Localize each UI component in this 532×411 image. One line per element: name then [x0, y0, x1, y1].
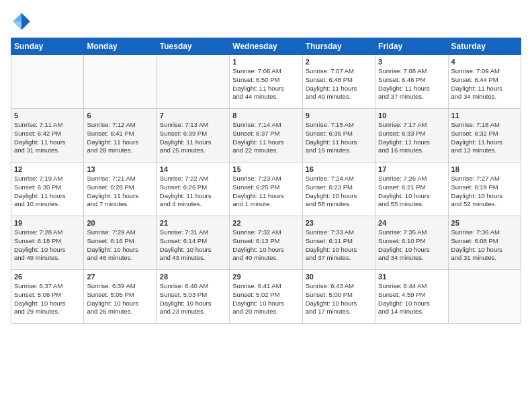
svg-marker-2 — [13, 21, 21, 30]
day-number: 22 — [232, 219, 299, 227]
calendar-cell: 6Sunrise: 7:12 AM Sunset: 6:41 PM Daylig… — [84, 109, 157, 163]
day-number: 19 — [14, 219, 81, 227]
cell-content: Sunrise: 6:43 AM Sunset: 5:00 PM Dayligh… — [306, 282, 372, 316]
calendar-cell: 17Sunrise: 7:26 AM Sunset: 6:21 PM Dayli… — [375, 163, 448, 216]
cell-content: Sunrise: 7:12 AM Sunset: 6:41 PM Dayligh… — [87, 121, 153, 155]
calendar-cell: 22Sunrise: 7:32 AM Sunset: 6:13 PM Dayli… — [230, 216, 302, 270]
day-number: 16 — [306, 165, 372, 173]
calendar-cell: 24Sunrise: 7:35 AM Sunset: 6:10 PM Dayli… — [375, 216, 448, 270]
week-row-5: 26Sunrise: 6:37 AM Sunset: 5:06 PM Dayli… — [11, 270, 521, 324]
calendar-cell: 21Sunrise: 7:31 AM Sunset: 6:14 PM Dayli… — [157, 216, 229, 270]
day-number: 21 — [160, 219, 226, 227]
day-number: 6 — [87, 111, 153, 120]
cell-content: Sunrise: 7:08 AM Sunset: 6:46 PM Dayligh… — [378, 67, 445, 101]
day-number: 1 — [232, 58, 299, 66]
header-thursday: Thursday — [302, 38, 375, 55]
cell-content: Sunrise: 7:14 AM Sunset: 6:37 PM Dayligh… — [232, 121, 299, 155]
calendar-cell: 8Sunrise: 7:14 AM Sunset: 6:37 PM Daylig… — [230, 109, 302, 163]
calendar-cell: 1Sunrise: 7:06 AM Sunset: 6:50 PM Daylig… — [230, 55, 302, 109]
header-saturday: Saturday — [448, 38, 521, 55]
cell-content: Sunrise: 7:06 AM Sunset: 6:50 PM Dayligh… — [232, 67, 299, 101]
calendar-cell: 31Sunrise: 6:44 AM Sunset: 4:59 PM Dayli… — [375, 270, 448, 324]
cell-content: Sunrise: 6:41 AM Sunset: 5:02 PM Dayligh… — [232, 282, 299, 316]
day-number: 4 — [451, 58, 518, 66]
cell-content: Sunrise: 7:23 AM Sunset: 6:25 PM Dayligh… — [232, 175, 299, 209]
calendar-cell: 12Sunrise: 7:19 AM Sunset: 6:30 PM Dayli… — [11, 163, 84, 216]
week-row-1: 1Sunrise: 7:06 AM Sunset: 6:50 PM Daylig… — [11, 55, 521, 109]
cell-content: Sunrise: 7:36 AM Sunset: 6:08 PM Dayligh… — [451, 228, 518, 263]
day-number: 7 — [160, 111, 226, 120]
day-number: 10 — [378, 111, 445, 120]
cell-content: Sunrise: 7:21 AM Sunset: 6:28 PM Dayligh… — [87, 175, 153, 209]
calendar-cell: 27Sunrise: 6:39 AM Sunset: 5:05 PM Dayli… — [84, 270, 157, 324]
cell-content: Sunrise: 7:32 AM Sunset: 6:13 PM Dayligh… — [232, 228, 299, 263]
day-number: 31 — [378, 273, 445, 281]
cell-content: Sunrise: 7:11 AM Sunset: 6:42 PM Dayligh… — [14, 121, 81, 155]
day-number: 23 — [306, 219, 372, 227]
header-monday: Monday — [84, 38, 157, 55]
day-number: 17 — [378, 165, 445, 173]
calendar-cell — [84, 55, 157, 109]
calendar-cell: 25Sunrise: 7:36 AM Sunset: 6:08 PM Dayli… — [448, 216, 521, 270]
svg-marker-0 — [21, 13, 30, 21]
day-number: 2 — [306, 58, 372, 66]
calendar-cell — [11, 55, 84, 109]
day-number: 29 — [232, 273, 299, 281]
day-number: 20 — [87, 219, 153, 227]
cell-content: Sunrise: 7:28 AM Sunset: 6:18 PM Dayligh… — [14, 228, 81, 263]
day-number: 13 — [87, 165, 153, 173]
day-number: 5 — [14, 111, 81, 120]
cell-content: Sunrise: 6:39 AM Sunset: 5:05 PM Dayligh… — [87, 282, 153, 316]
logo — [11, 11, 35, 32]
cell-content: Sunrise: 7:17 AM Sunset: 6:33 PM Dayligh… — [378, 121, 445, 155]
calendar-cell: 23Sunrise: 7:33 AM Sunset: 6:11 PM Dayli… — [302, 216, 375, 270]
cell-content: Sunrise: 7:19 AM Sunset: 6:30 PM Dayligh… — [14, 175, 81, 209]
day-number: 28 — [160, 273, 226, 281]
week-row-4: 19Sunrise: 7:28 AM Sunset: 6:18 PM Dayli… — [11, 216, 521, 270]
header-tuesday: Tuesday — [157, 38, 229, 55]
calendar-cell: 9Sunrise: 7:15 AM Sunset: 6:35 PM Daylig… — [302, 109, 375, 163]
calendar-cell: 18Sunrise: 7:27 AM Sunset: 6:19 PM Dayli… — [448, 163, 521, 216]
day-number: 15 — [232, 165, 299, 173]
svg-marker-3 — [21, 21, 30, 30]
calendar-cell: 15Sunrise: 7:23 AM Sunset: 6:25 PM Dayli… — [230, 163, 302, 216]
cell-content: Sunrise: 7:07 AM Sunset: 6:48 PM Dayligh… — [306, 67, 372, 101]
day-number: 30 — [306, 273, 372, 281]
week-row-2: 5Sunrise: 7:11 AM Sunset: 6:42 PM Daylig… — [11, 109, 521, 163]
cell-content: Sunrise: 6:40 AM Sunset: 5:03 PM Dayligh… — [160, 282, 226, 316]
header-row: SundayMondayTuesdayWednesdayThursdayFrid… — [11, 38, 521, 55]
day-number: 26 — [14, 273, 81, 281]
cell-content: Sunrise: 6:44 AM Sunset: 4:59 PM Dayligh… — [378, 282, 445, 316]
cell-content: Sunrise: 7:31 AM Sunset: 6:14 PM Dayligh… — [160, 228, 226, 263]
cell-content: Sunrise: 7:15 AM Sunset: 6:35 PM Dayligh… — [306, 121, 372, 155]
day-number: 24 — [378, 219, 445, 227]
day-number: 18 — [451, 165, 518, 173]
calendar-cell: 13Sunrise: 7:21 AM Sunset: 6:28 PM Dayli… — [84, 163, 157, 216]
day-number: 12 — [14, 165, 81, 173]
page-header — [11, 11, 521, 32]
header-friday: Friday — [375, 38, 448, 55]
logo-icon — [11, 11, 32, 32]
cell-content: Sunrise: 6:37 AM Sunset: 5:06 PM Dayligh… — [14, 282, 81, 316]
day-number: 27 — [87, 273, 153, 281]
day-number: 25 — [451, 219, 518, 227]
calendar-cell — [157, 55, 229, 109]
day-number: 9 — [306, 111, 372, 120]
week-row-3: 12Sunrise: 7:19 AM Sunset: 6:30 PM Dayli… — [11, 163, 521, 216]
cell-content: Sunrise: 7:24 AM Sunset: 6:23 PM Dayligh… — [306, 175, 372, 209]
calendar-cell: 4Sunrise: 7:09 AM Sunset: 6:44 PM Daylig… — [448, 55, 521, 109]
calendar-cell: 3Sunrise: 7:08 AM Sunset: 6:46 PM Daylig… — [375, 55, 448, 109]
calendar-cell: 2Sunrise: 7:07 AM Sunset: 6:48 PM Daylig… — [302, 55, 375, 109]
calendar-cell: 14Sunrise: 7:22 AM Sunset: 6:26 PM Dayli… — [157, 163, 229, 216]
cell-content: Sunrise: 7:13 AM Sunset: 6:39 PM Dayligh… — [160, 121, 226, 155]
day-number: 14 — [160, 165, 226, 173]
day-number: 11 — [451, 111, 518, 120]
calendar-cell: 5Sunrise: 7:11 AM Sunset: 6:42 PM Daylig… — [11, 109, 84, 163]
calendar-cell: 29Sunrise: 6:41 AM Sunset: 5:02 PM Dayli… — [230, 270, 302, 324]
svg-marker-1 — [13, 13, 21, 21]
calendar-cell: 28Sunrise: 6:40 AM Sunset: 5:03 PM Dayli… — [157, 270, 229, 324]
cell-content: Sunrise: 7:22 AM Sunset: 6:26 PM Dayligh… — [160, 175, 226, 209]
cell-content: Sunrise: 7:29 AM Sunset: 6:16 PM Dayligh… — [87, 228, 153, 263]
cell-content: Sunrise: 7:27 AM Sunset: 6:19 PM Dayligh… — [451, 175, 518, 209]
calendar-cell: 11Sunrise: 7:18 AM Sunset: 6:32 PM Dayli… — [448, 109, 521, 163]
